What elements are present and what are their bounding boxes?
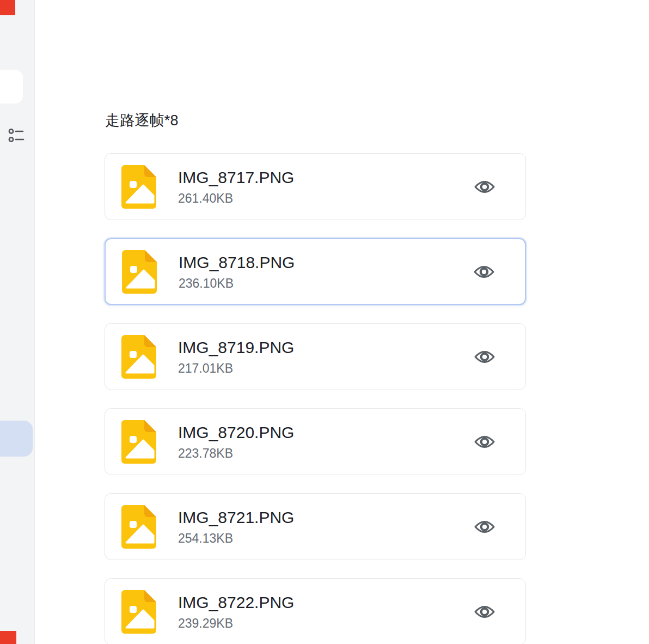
preview-eye-icon[interactable] [474, 432, 495, 452]
list-settings-icon[interactable] [8, 126, 25, 145]
file-name: IMG_8722.PNG [178, 593, 294, 612]
file-card[interactable]: IMG_8721.PNG 254.13KB [105, 493, 526, 560]
image-file-icon [121, 590, 156, 634]
file-size: 217.01KB [178, 361, 294, 375]
corner-marker-bottom-left [0, 631, 16, 644]
page-title: 走路逐帧*8 [105, 110, 179, 131]
preview-eye-icon[interactable] [474, 262, 494, 282]
file-list: IMG_8717.PNG 261.40KB [105, 153, 526, 644]
file-card[interactable]: IMG_8717.PNG 261.40KB [105, 153, 526, 220]
file-name: IMG_8717.PNG [178, 168, 294, 187]
file-meta: IMG_8720.PNG 223.78KB [178, 423, 294, 460]
preview-eye-icon[interactable] [474, 347, 495, 367]
preview-eye-icon[interactable] [474, 177, 495, 197]
file-size: 236.10KB [179, 276, 295, 290]
sidebar-item-selected-highlight[interactable] [0, 421, 33, 457]
file-size: 223.78KB [178, 446, 294, 460]
file-card[interactable]: IMG_8722.PNG 239.29KB [105, 578, 526, 644]
sidebar-item-active-pill[interactable] [0, 70, 23, 104]
file-meta: IMG_8722.PNG 239.29KB [178, 593, 294, 630]
sidebar [0, 0, 35, 644]
image-file-icon [121, 420, 156, 464]
file-name: IMG_8718.PNG [179, 253, 295, 272]
image-file-icon [121, 505, 156, 549]
file-card[interactable]: IMG_8719.PNG 217.01KB [105, 323, 526, 390]
file-meta: IMG_8717.PNG 261.40KB [178, 168, 294, 205]
corner-marker-top-left [0, 0, 15, 15]
file-card[interactable]: IMG_8720.PNG 223.78KB [105, 408, 526, 475]
file-meta: IMG_8718.PNG 236.10KB [179, 253, 295, 290]
file-name: IMG_8720.PNG [178, 423, 294, 442]
image-file-icon [122, 250, 157, 294]
file-size: 261.40KB [178, 191, 294, 205]
preview-eye-icon[interactable] [474, 602, 495, 622]
file-size: 239.29KB [178, 616, 294, 630]
main-content: 走路逐帧*8 IMG_8717.PNG 261.40KB [35, 0, 649, 644]
file-name: IMG_8719.PNG [178, 338, 294, 357]
image-file-icon [121, 335, 156, 379]
image-file-icon [121, 165, 156, 209]
file-card[interactable]: IMG_8718.PNG 236.10KB [105, 238, 526, 305]
preview-eye-icon[interactable] [474, 517, 495, 537]
file-meta: IMG_8719.PNG 217.01KB [178, 338, 294, 375]
file-size: 254.13KB [178, 531, 294, 545]
file-meta: IMG_8721.PNG 254.13KB [178, 508, 294, 545]
file-name: IMG_8721.PNG [178, 508, 294, 527]
